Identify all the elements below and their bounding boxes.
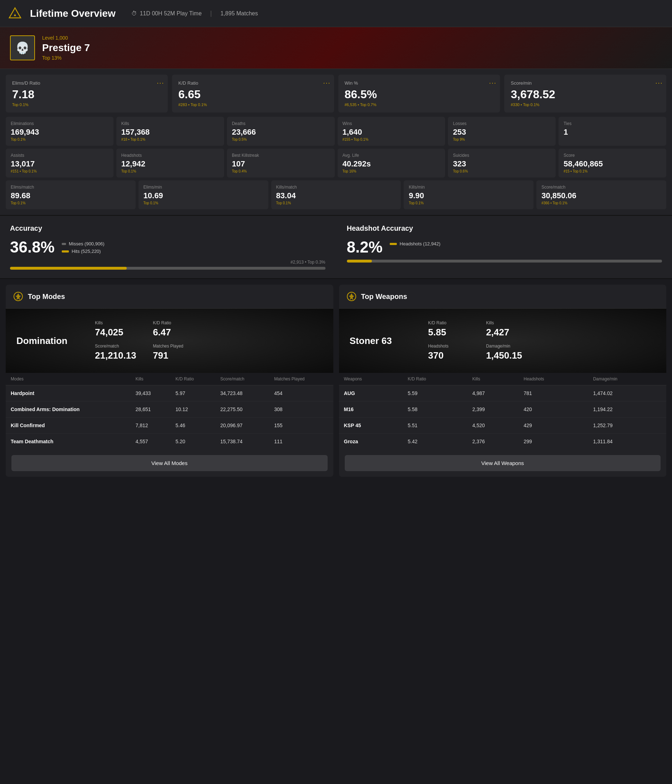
profile-level: Level 1,000	[42, 35, 90, 41]
mini-stat-best-killstreak: Best Killstreak 107 Top 0.4%	[227, 149, 335, 177]
stat-menu-3[interactable]: ⋮	[657, 80, 661, 87]
accuracy-block: Accuracy 36.8% Misses (900,906) Hits (52…	[10, 224, 326, 270]
stat-menu-1[interactable]: ⋮	[325, 80, 329, 87]
headshot-accuracy-bar	[347, 260, 663, 263]
headshot-accuracy-title: Headshot Accuracy	[347, 224, 663, 233]
weapons-table: Weapons K/D Ratio Kills Headshots Damage…	[339, 373, 667, 450]
table-row: Combined Arms: Domination 28,651 10.12 2…	[6, 401, 333, 417]
top-modes-card: Top Modes Domination Kills 74,025 K/D Ra…	[6, 285, 333, 477]
secondary-stats-row1: Eliminations 169,943 Top 0.1% Kills 157,…	[6, 117, 666, 146]
modes-table: Modes Kills K/D Ratio Score/match Matche…	[6, 373, 333, 450]
accuracy-legend: Misses (900,906) Hits (525,220)	[62, 241, 105, 254]
view-all-weapons-button[interactable]: View All Weapons	[345, 455, 661, 471]
mini-stat-deaths: Deaths 23,666 Top 0.5%	[227, 117, 335, 146]
weapon-kills: 4,987	[467, 386, 518, 401]
bottom-sections: Top Modes Domination Kills 74,025 K/D Ra…	[0, 279, 672, 482]
top-weapons-header: Top Weapons	[339, 285, 667, 309]
weapons-col-kills: Kills	[467, 373, 518, 386]
weapon-name: AUG	[339, 386, 403, 401]
mode-name: Kill Confirmed	[6, 417, 130, 434]
weapon-kills: 4,520	[467, 417, 518, 434]
mode-matches: 308	[269, 401, 333, 417]
modes-col-kd: K/D Ratio	[171, 373, 216, 386]
stat-menu-2[interactable]: ⋮	[491, 80, 495, 87]
avatar: 💀	[10, 35, 35, 61]
stats-section: Elims/D Ratio 7.18 Top 0.1% ⋮ K/D Ratio …	[0, 69, 672, 216]
table-row: Team Deathmatch 4,557 5.20 15,738.74 111	[6, 434, 333, 450]
hits-dot	[62, 250, 69, 252]
profile-rank: Top 13%	[42, 55, 90, 61]
mode-name: Team Deathmatch	[6, 434, 130, 450]
stat-value-2: 86.5%	[345, 88, 494, 101]
svg-marker-5	[349, 293, 354, 300]
stat-label-0: Elims/D Ratio	[12, 80, 161, 86]
weapons-col-kd: K/D Ratio	[403, 373, 467, 386]
featured-mode-name: Domination	[16, 335, 88, 347]
stat-sub-3: #330 • Top 0.1%	[511, 103, 660, 107]
modes-col-score: Score/match	[215, 373, 269, 386]
featured-mode-stats-left: Kills 74,025 K/D Ratio 6.47 Score/match …	[95, 320, 205, 361]
weapon-name: Groza	[339, 434, 403, 450]
mini-stat-kills-min: Kills/min 9.90 Top 0.1%	[404, 180, 534, 209]
view-all-modes-button[interactable]: View All Modes	[11, 455, 327, 471]
accuracy-title: Accuracy	[10, 224, 326, 233]
mode-kd: 5.97	[171, 386, 216, 401]
mini-stat-wins: Wins 1,640 #155 • Top 0.1%	[338, 117, 445, 146]
modes-col-matches: Matches Played	[269, 373, 333, 386]
stat-label-3: Score/min	[511, 80, 660, 86]
stat-sub-0: Top 0.1%	[12, 103, 161, 107]
weapon-kd: 5.42	[403, 434, 467, 450]
stat-menu-0[interactable]: ⋮	[158, 80, 163, 87]
mode-kd: 5.20	[171, 434, 216, 450]
headshot-accuracy-main: 8.2% Headshots (12,942)	[347, 238, 663, 256]
weapons-col-headshots: Headshots	[518, 373, 588, 386]
weapon-headshots: 299	[518, 434, 588, 450]
weapon-kd: 5.58	[403, 401, 467, 417]
featured-weapon-kills: Kills 2,427	[486, 320, 538, 338]
svg-text:▲: ▲	[13, 12, 17, 17]
featured-weapon-kd: K/D Ratio 5.85	[428, 320, 480, 338]
modes-col-mode: Modes	[6, 373, 130, 386]
table-row: Hardpoint 39,433 5.97 34,723.48 454	[6, 386, 333, 401]
accuracy-bar	[10, 267, 326, 270]
weapons-icon	[346, 291, 357, 302]
stat-card-kd: K/D Ratio 6.65 #283 • Top 0.1% ⋮	[172, 75, 334, 112]
profile-info: Level 1,000 Prestige 7 Top 13%	[42, 35, 90, 61]
featured-weapon-name: Stoner 63	[350, 335, 421, 347]
misses-dot	[62, 243, 66, 245]
mode-kd: 5.46	[171, 417, 216, 434]
headshots-dot	[390, 243, 397, 245]
profile-name: Prestige 7	[42, 42, 90, 54]
featured-weapon: Stoner 63 K/D Ratio 5.85 Kills 2,427 Hea…	[339, 309, 667, 373]
mini-stat-score-match: Score/match 30,850.06 #366 • Top 0.1%	[536, 180, 666, 209]
featured-weapon-damage: Damage/min 1,450.15	[486, 344, 538, 361]
mini-stat-elims-match: Elims/match 89.68 Top 0.1%	[6, 180, 136, 209]
profile-banner: 💀 Level 1,000 Prestige 7 Top 13%	[0, 27, 672, 69]
stat-sub-2: #6,535 • Top 0.7%	[345, 103, 494, 107]
modes-icon	[13, 291, 23, 302]
mode-kd: 10.12	[171, 401, 216, 417]
featured-weapon-headshots: Headshots 370	[428, 344, 480, 361]
playtime-stat: ⏱ 11D 00H 52M Play Time	[131, 10, 202, 17]
headshot-bar-fill	[347, 260, 372, 263]
accuracy-misses-item: Misses (900,906)	[62, 241, 105, 246]
top-stats-grid: Elims/D Ratio 7.18 Top 0.1% ⋮ K/D Ratio …	[6, 75, 666, 112]
weapon-headshots: 420	[518, 401, 588, 417]
mode-kills: 7,812	[130, 417, 171, 434]
mode-matches: 454	[269, 386, 333, 401]
mini-stat-kills: Kills 157,368 #18 • Top 0.1%	[116, 117, 224, 146]
matches-stat: 1,895 Matches	[220, 10, 258, 17]
table-row: Kill Confirmed 7,812 5.46 20,096.97 155	[6, 417, 333, 434]
headshot-accuracy-block: Headshot Accuracy 8.2% Headshots (12,942…	[347, 224, 663, 270]
accuracy-bar-fill	[10, 267, 127, 270]
secondary-stats-row3: Elims/match 89.68 Top 0.1% Elims/min 10.…	[6, 180, 666, 209]
stat-card-win: Win % 86.5% #6,535 • Top 0.7% ⋮	[338, 75, 500, 112]
headshots-label: Headshots (12,942)	[400, 241, 441, 246]
weapons-col-damage: Damage/min	[588, 373, 666, 386]
mini-stat-kills-match: Kills/match 83.04 Top 0.1%	[271, 180, 401, 209]
mini-stat-eliminations: Eliminations 169,943 Top 0.1%	[6, 117, 113, 146]
top-modes-header: Top Modes	[6, 285, 333, 309]
table-row: M16 5.58 2,399 420 1,194.22	[339, 401, 667, 417]
mode-kills: 28,651	[130, 401, 171, 417]
weapons-col-weapon: Weapons	[339, 373, 403, 386]
